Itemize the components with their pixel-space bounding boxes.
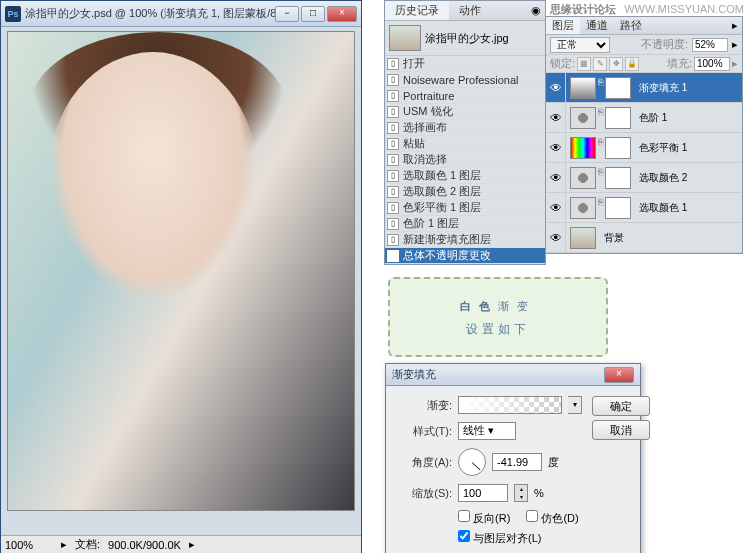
close-button[interactable]: × — [327, 6, 357, 22]
link-icon[interactable]: ⎘ — [598, 197, 603, 219]
link-icon[interactable]: ⎘ — [598, 137, 603, 159]
history-item[interactable]: ▯色阶 1 图层 — [385, 216, 545, 232]
style-label: 样式(T): — [400, 424, 452, 439]
layer-thumb[interactable] — [570, 227, 596, 249]
history-item[interactable]: ▯打开 — [385, 56, 545, 72]
history-item[interactable]: ▯选择画布 — [385, 120, 545, 136]
history-step-label: 色彩平衡 1 图层 — [403, 200, 481, 215]
layer-row[interactable]: 👁⎘选取颜色 1 — [546, 193, 742, 223]
visibility-toggle[interactable]: 👁 — [546, 223, 566, 252]
history-step-label: 打开 — [403, 56, 425, 71]
history-item[interactable]: ▯色彩平衡 1 图层 — [385, 200, 545, 216]
layer-mask-thumb[interactable] — [605, 197, 631, 219]
lock-move-icon[interactable]: ✥ — [609, 57, 623, 71]
canvas[interactable] — [7, 31, 355, 511]
tab-paths[interactable]: 路径 — [614, 17, 648, 34]
history-step-label: Portraiture — [403, 90, 454, 102]
lock-paint-icon[interactable]: ✎ — [593, 57, 607, 71]
panel-close-icon[interactable]: ◉ — [531, 4, 541, 17]
layer-row[interactable]: 👁⎘色彩平衡 1 — [546, 133, 742, 163]
dialog-title-text: 渐变填充 — [392, 367, 436, 382]
history-snapshot[interactable]: 涂指甲的少女.jpg — [385, 21, 545, 56]
opacity-input[interactable] — [692, 38, 728, 52]
visibility-toggle[interactable]: 👁 — [546, 133, 566, 162]
style-select[interactable]: 线性 ▾ — [458, 422, 516, 440]
layer-row[interactable]: 👁⎘渐变填充 1 — [546, 73, 742, 103]
angle-input[interactable] — [492, 453, 542, 471]
gradient-swatch[interactable] — [458, 396, 562, 414]
tab-layers[interactable]: 图层 — [546, 17, 580, 34]
layer-row[interactable]: 👁⎘色阶 1 — [546, 103, 742, 133]
history-item[interactable]: ▯新建渐变填充图层 — [385, 232, 545, 248]
blend-mode-select[interactable]: 正常 — [550, 37, 610, 53]
history-step-label: 粘贴 — [403, 136, 425, 151]
fill-arrow-icon[interactable]: ▸ — [732, 57, 738, 70]
history-item[interactable]: ▯取消选择 — [385, 152, 545, 168]
doc-size-value: 900.0K/900.0K — [108, 539, 181, 551]
history-item[interactable]: ▯选取颜色 1 图层 — [385, 168, 545, 184]
layer-thumb[interactable] — [570, 137, 596, 159]
angle-dial[interactable] — [458, 448, 486, 476]
history-step-icon: ▯ — [387, 170, 399, 182]
visibility-toggle[interactable]: 👁 — [546, 73, 566, 102]
layer-thumb[interactable] — [570, 197, 596, 219]
gradient-dropdown-icon[interactable]: ▾ — [568, 396, 582, 414]
history-item[interactable]: ▸总体不透明度更改 — [385, 248, 545, 264]
fill-input[interactable] — [694, 57, 730, 71]
history-step-label: 色阶 1 图层 — [403, 216, 459, 231]
tab-channels[interactable]: 通道 — [580, 17, 614, 34]
layer-thumb[interactable] — [570, 107, 596, 129]
dialog-close-button[interactable]: × — [604, 367, 634, 383]
layer-mask-thumb[interactable] — [605, 137, 631, 159]
layer-thumb[interactable] — [570, 167, 596, 189]
history-step-label: 选择画布 — [403, 120, 447, 135]
align-checkbox[interactable]: 与图层对齐(L) — [458, 530, 542, 546]
doc-size-label: 文档: — [75, 537, 100, 552]
scale-unit: % — [534, 487, 544, 499]
maximize-button[interactable]: □ — [301, 6, 325, 22]
history-step-icon: ▯ — [387, 138, 399, 150]
history-item[interactable]: ▯Portraiture — [385, 88, 545, 104]
history-item[interactable]: ▯选取颜色 2 图层 — [385, 184, 545, 200]
angle-label: 角度(A): — [400, 455, 452, 470]
tab-actions[interactable]: 动作 — [449, 1, 491, 20]
zoom-field[interactable]: 100% — [5, 539, 53, 551]
history-item[interactable]: ▯USM 锐化 — [385, 104, 545, 120]
layer-row[interactable]: 👁⎘选取颜色 2 — [546, 163, 742, 193]
layer-name: 选取颜色 1 — [639, 201, 687, 215]
history-item[interactable]: ▯Noiseware Professional — [385, 72, 545, 88]
layer-thumb[interactable] — [570, 77, 596, 99]
minimize-button[interactable]: － — [275, 6, 299, 22]
tab-history[interactable]: 历史记录 — [385, 1, 449, 20]
visibility-toggle[interactable]: 👁 — [546, 103, 566, 132]
layer-mask-thumb[interactable] — [605, 107, 631, 129]
lock-all-icon[interactable]: 🔒 — [625, 57, 639, 71]
layer-row[interactable]: 👁背景 — [546, 223, 742, 253]
document-titlebar[interactable]: Ps 涂指甲的少女.psd @ 100% (渐变填充 1, 图层蒙板/8) － … — [1, 1, 361, 27]
scale-stepper[interactable]: ▴▾ — [514, 484, 528, 502]
dialog-titlebar[interactable]: 渐变填充 × — [386, 364, 640, 386]
layer-mask-thumb[interactable] — [605, 77, 631, 99]
opacity-arrow-icon[interactable]: ▸ — [732, 38, 738, 51]
layer-mask-thumb[interactable] — [605, 167, 631, 189]
scale-input[interactable] — [458, 484, 508, 502]
history-step-label: 选取颜色 1 图层 — [403, 168, 481, 183]
link-icon[interactable]: ⎘ — [598, 77, 603, 99]
snapshot-name: 涂指甲的少女.jpg — [425, 31, 509, 46]
history-step-label: 选取颜色 2 图层 — [403, 184, 481, 199]
dither-checkbox[interactable]: 仿色(D) — [526, 510, 578, 526]
layer-name: 色阶 1 — [639, 111, 667, 125]
lock-transparent-icon[interactable]: ▦ — [577, 57, 591, 71]
ok-button[interactable]: 确定 — [592, 396, 650, 416]
visibility-toggle[interactable]: 👁 — [546, 193, 566, 222]
cancel-button[interactable]: 取消 — [592, 420, 650, 440]
layers-menu-icon[interactable]: ▸ — [732, 19, 738, 32]
link-icon[interactable]: ⎘ — [598, 167, 603, 189]
snapshot-thumb — [389, 25, 421, 51]
history-item[interactable]: ▯粘贴 — [385, 136, 545, 152]
history-step-icon: ▯ — [387, 234, 399, 246]
visibility-toggle[interactable]: 👁 — [546, 163, 566, 192]
reverse-checkbox[interactable]: 反向(R) — [458, 510, 510, 526]
status-bar: 100% ▸ 文档: 900.0K/900.0K ▸ — [1, 535, 361, 553]
link-icon[interactable]: ⎘ — [598, 107, 603, 129]
